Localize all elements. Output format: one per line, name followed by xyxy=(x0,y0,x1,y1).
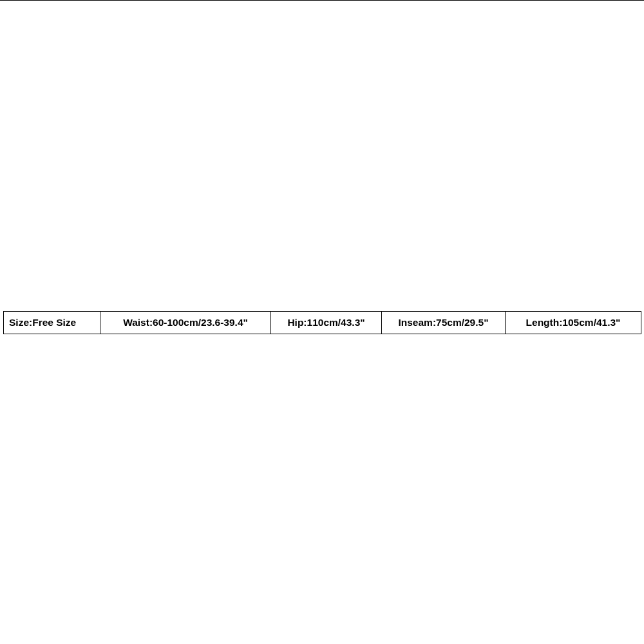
cell-inseam: Inseam:75cm/29.5" xyxy=(382,312,506,334)
cell-hip: Hip:110cm/43.3" xyxy=(271,312,382,334)
sizing-table: Size:Free Size Waist:60-100cm/23.6-39.4"… xyxy=(3,311,641,334)
top-rule-line xyxy=(0,0,644,1)
cell-waist: Waist:60-100cm/23.6-39.4" xyxy=(100,312,271,334)
table-row: Size:Free Size Waist:60-100cm/23.6-39.4"… xyxy=(4,312,641,334)
cell-size: Size:Free Size xyxy=(4,312,100,334)
cell-length: Length:105cm/41.3" xyxy=(506,312,641,334)
